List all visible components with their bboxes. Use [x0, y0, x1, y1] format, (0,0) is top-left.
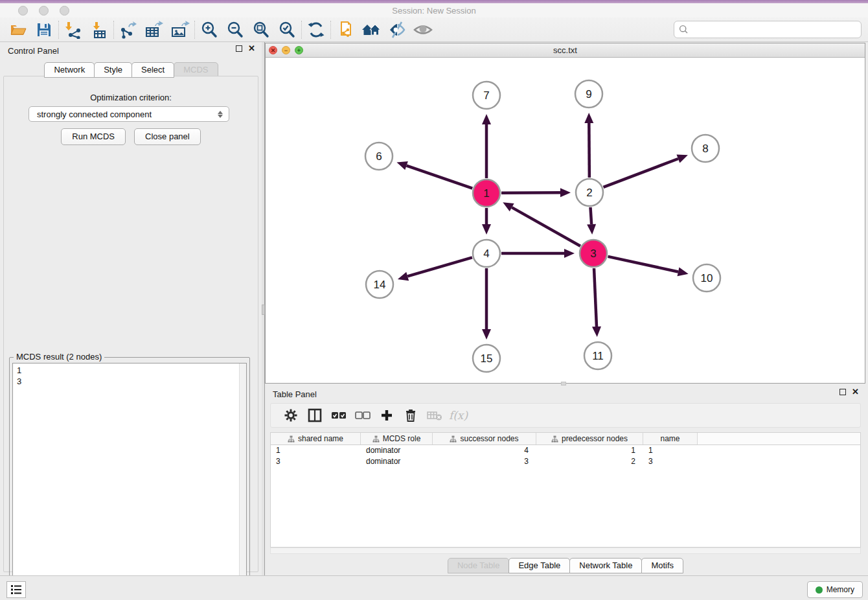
graph-edge-2-3[interactable]	[590, 207, 591, 224]
optimization-criterion-select[interactable]: strongly connected component	[29, 106, 229, 122]
close-panel-button[interactable]: Close panel	[134, 128, 201, 145]
table-cell[interactable]: 3	[643, 456, 698, 467]
column-header-predecessor-nodes[interactable]: predecessor nodes	[536, 433, 643, 444]
export-table-button[interactable]	[141, 19, 167, 40]
tab-node-table[interactable]: Node Table	[448, 558, 510, 573]
node-table[interactable]: shared name MCDS role successor nodes pr…	[270, 432, 861, 548]
graph-node-14[interactable]: 14	[366, 271, 393, 298]
column-header-successor-nodes[interactable]: successor nodes	[433, 433, 536, 444]
table-cell[interactable]: 4	[433, 445, 536, 456]
graph-node-15[interactable]: 15	[473, 345, 500, 372]
show-column-panel-button[interactable]	[303, 406, 326, 425]
float-panel-icon[interactable]	[236, 45, 242, 52]
graph-node-1[interactable]: 1	[473, 179, 500, 207]
tab-style[interactable]: Style	[94, 62, 132, 78]
graph-node-8[interactable]: 8	[692, 135, 719, 162]
graph-node-label: 8	[702, 143, 708, 155]
export-network-button[interactable]	[115, 19, 141, 40]
graph-edge-1-2[interactable]	[501, 192, 560, 193]
network-canvas[interactable]: 7968124314101511	[266, 58, 865, 383]
network-window-titlebar[interactable]: ✕ − + scc.txt	[266, 43, 865, 58]
function-builder-button[interactable]: f(x)	[446, 406, 470, 425]
memory-button[interactable]: Memory	[807, 581, 863, 598]
table-cell[interactable]: 1	[536, 445, 643, 456]
graph-edge-3-10[interactable]	[608, 257, 678, 272]
zoom-fit-button[interactable]	[248, 19, 274, 40]
table-row[interactable]: 3dominator323	[271, 456, 860, 467]
table-cell[interactable]: dominator	[361, 456, 433, 467]
graph-edge-3-11[interactable]	[594, 268, 597, 327]
close-panel-icon[interactable]: ✕	[852, 389, 859, 395]
table-horizontal-scrollbar[interactable]	[270, 548, 861, 554]
table-row[interactable]: 1dominator411	[271, 445, 860, 456]
graph-edge-4-14[interactable]	[407, 257, 472, 276]
tab-edge-table[interactable]: Edge Table	[508, 558, 570, 573]
select-all-button[interactable]	[326, 406, 350, 425]
show-eye-button[interactable]	[410, 19, 436, 40]
graph-edge-2-8[interactable]	[604, 159, 678, 187]
graph-node-10[interactable]: 10	[693, 264, 720, 292]
deselect-all-button[interactable]	[350, 406, 374, 425]
tab-select[interactable]: Select	[131, 62, 174, 78]
table-cell[interactable]: 2	[536, 456, 643, 467]
home-view-button[interactable]	[358, 19, 384, 40]
graph-node-6[interactable]: 6	[365, 143, 393, 170]
table-cell[interactable]: 1	[271, 445, 361, 456]
table-cell[interactable]: 3	[271, 456, 361, 467]
hide-panels-button[interactable]	[384, 19, 410, 40]
close-panel-icon[interactable]: ✕	[248, 45, 255, 52]
toolbar-separator	[58, 21, 59, 39]
graph-node-9[interactable]: 9	[575, 80, 602, 108]
graph-node-11[interactable]: 11	[584, 342, 611, 369]
float-panel-icon[interactable]	[839, 389, 846, 395]
column-header-name[interactable]: name	[643, 433, 698, 444]
delete-column-icon	[427, 410, 442, 421]
import-network-button[interactable]	[60, 19, 86, 40]
delete-column-button[interactable]	[422, 406, 446, 425]
graph-node-7[interactable]: 7	[473, 82, 500, 109]
eye-icon	[413, 21, 433, 38]
run-mcds-button[interactable]: Run MCDS	[61, 128, 126, 145]
result-scrollbar[interactable]	[239, 363, 246, 598]
graph-node-4[interactable]: 4	[473, 240, 500, 267]
dropdown-stepper-icon	[214, 111, 226, 118]
graph-edge-3-1[interactable]	[512, 207, 580, 246]
tab-motifs[interactable]: Motifs	[641, 558, 683, 573]
fx-icon: f(x)	[449, 409, 468, 422]
graph-node-label: 10	[701, 272, 713, 284]
zoom-selected-button[interactable]	[274, 19, 300, 40]
graph-edge-1-6[interactable]	[407, 166, 473, 189]
network-graph[interactable]: 7968124314101511	[266, 58, 865, 383]
control-panel: Control Panel ✕ Network Style Select MCD…	[0, 42, 262, 575]
column-header-MCDS-role[interactable]: MCDS role	[361, 433, 433, 444]
main-toolbar	[0, 17, 868, 42]
clone-network-button[interactable]	[332, 19, 358, 40]
window-titlebar[interactable]: Session: New Session	[0, 3, 868, 17]
graph-edge-2-9[interactable]	[589, 123, 589, 178]
graph-node-3[interactable]: 3	[580, 240, 607, 267]
search-input[interactable]	[689, 21, 861, 38]
zoom-out-button[interactable]	[222, 19, 248, 40]
mcds-result-text[interactable]: 1 3	[12, 363, 247, 599]
open-session-button[interactable]	[5, 19, 31, 40]
column-header-shared-name[interactable]: shared name	[271, 433, 361, 444]
tab-network-table[interactable]: Network Table	[569, 558, 642, 573]
table-panel: Table Panel ✕	[265, 386, 865, 574]
save-session-button[interactable]	[31, 19, 57, 40]
task-history-button[interactable]	[6, 581, 26, 598]
delete-selected-button[interactable]	[398, 406, 422, 425]
search-field[interactable]	[674, 21, 862, 38]
refresh-layout-button[interactable]	[303, 19, 329, 40]
tab-network[interactable]: Network	[44, 62, 95, 78]
table-panel-title: Table Panel	[273, 389, 317, 399]
add-column-button[interactable]	[374, 406, 398, 425]
graph-node-2[interactable]: 2	[576, 179, 603, 206]
table-cell[interactable]: 3	[433, 456, 536, 467]
import-table-button[interactable]	[86, 19, 112, 40]
export-image-button[interactable]	[167, 19, 193, 40]
zoom-in-button[interactable]	[196, 19, 222, 40]
table-cell[interactable]: 1	[643, 445, 698, 456]
table-cell[interactable]: dominator	[361, 445, 433, 456]
table-settings-button[interactable]	[279, 406, 303, 425]
application-window: Session: New Session	[0, 0, 868, 600]
